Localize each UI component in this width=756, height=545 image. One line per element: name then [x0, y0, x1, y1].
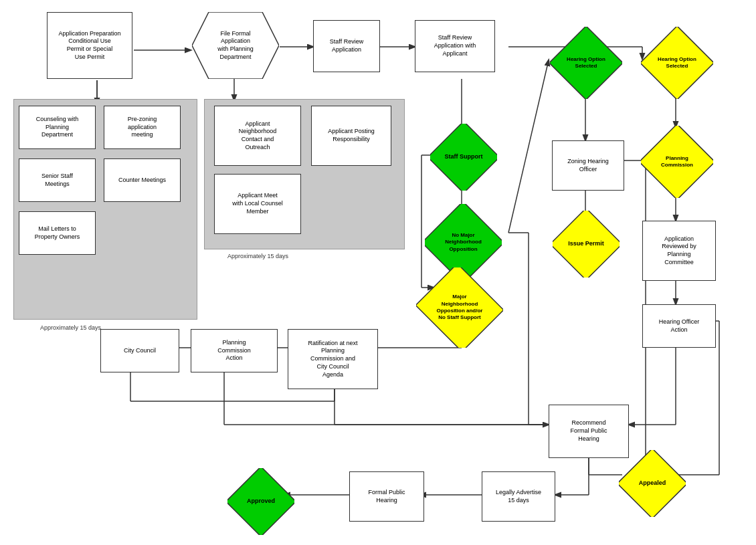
appealed-diamond: Appealed — [619, 450, 686, 517]
counseling-label: Counseling with Planning Department — [36, 116, 79, 139]
staff-review-applicant-label: Staff Review Application with Applicant — [434, 34, 476, 58]
recommend-hearing-label: Recommend Formal Public Hearing — [570, 419, 607, 443]
staff-review-app-label: Staff Review Application — [330, 38, 363, 53]
counseling-node: Counseling with Planning Department — [19, 106, 96, 149]
approved-diamond: Approved — [227, 468, 294, 535]
zoning-hearing-label: Zoning Hearing Officer — [567, 158, 609, 173]
ratification-node: Ratification at next Planning Commission… — [288, 329, 378, 389]
planning-comm-action-node: Planning Commission Action — [191, 329, 278, 372]
mail-letters-label: Mail Letters to Property Owners — [35, 225, 80, 241]
recommend-hearing-node: Recommend Formal Public Hearing — [549, 405, 629, 458]
issue-permit-diamond: Issue Permit — [553, 211, 620, 278]
app-neighborhood-node: Applicant Neighborhood Contact and Outre… — [214, 106, 301, 166]
legally-advertise-node: Legally Advertise 15 days — [482, 471, 555, 522]
staff-support-diamond: Staff Support — [430, 124, 497, 191]
zoning-hearing-node: Zoning Hearing Officer — [552, 140, 624, 191]
hearing-officer-action-node: Hearing Officer Action — [642, 304, 716, 348]
staff-review-applicant-node: Staff Review Application with Applicant — [415, 20, 495, 72]
planning-comm-action-label: Planning Commission Action — [217, 339, 251, 362]
senior-staff-label: Senior Staff Meetings — [41, 173, 73, 188]
app-reviewed-node: Application Reviewed by Planning Committ… — [642, 221, 716, 281]
counter-meetings-label: Counter Meetings — [118, 177, 166, 185]
legally-advertise-label: Legally Advertise 15 days — [496, 489, 541, 504]
city-council-label: City Council — [124, 347, 156, 355]
app-posting-node: Applicant Posting Responsibility — [311, 106, 391, 166]
hearing-opt2-diamond: Hearing OptionSelected — [641, 27, 713, 99]
file-formal-node: File FormalApplicationwith PlanningDepar… — [192, 12, 279, 79]
formal-public-hearing-node: Formal Public Hearing — [349, 471, 424, 522]
mail-letters-node: Mail Letters to Property Owners — [19, 211, 96, 255]
svg-line-7 — [508, 60, 549, 233]
approx15-mid-label: Approximately 15 days — [227, 253, 288, 259]
major-opp-diamond: MajorNeighborhoodOpposition and/orNo Sta… — [416, 267, 503, 348]
hearing-opt1-diamond: Hearing OptionSelected — [550, 27, 622, 99]
staff-review-app-node: Staff Review Application — [313, 20, 380, 72]
pre-zoning-node: Pre-zoning application meeting — [104, 106, 181, 149]
approx15-left-label: Approximately 15 days — [40, 324, 101, 331]
app-reviewed-label: Application Reviewed by Planning Committ… — [662, 235, 696, 267]
app-prep-label: Application Preparation Conditional Use … — [58, 30, 120, 62]
app-neighborhood-label: Applicant Neighborhood Contact and Outre… — [239, 120, 277, 152]
app-meet-node: Applicant Meet with Local Counsel Member — [214, 174, 301, 234]
ratification-label: Ratification at next Planning Commission… — [308, 340, 357, 378]
senior-staff-node: Senior Staff Meetings — [19, 158, 96, 202]
app-meet-label: Applicant Meet with Local Counsel Member — [232, 192, 283, 215]
hearing-officer-action-label: Hearing Officer Action — [659, 318, 699, 334]
pre-zoning-label: Pre-zoning application meeting — [128, 116, 157, 139]
planning-commission-diamond: PlanningCommission — [641, 126, 713, 198]
formal-public-hearing-label: Formal Public Hearing — [368, 489, 405, 504]
counter-meetings-node: Counter Meetings — [104, 158, 181, 202]
app-prep-node: Application Preparation Conditional Use … — [47, 12, 132, 79]
flowchart: Application Preparation Conditional Use … — [0, 0, 756, 545]
city-council-node: City Council — [100, 329, 179, 372]
app-posting-label: Applicant Posting Responsibility — [328, 128, 375, 143]
